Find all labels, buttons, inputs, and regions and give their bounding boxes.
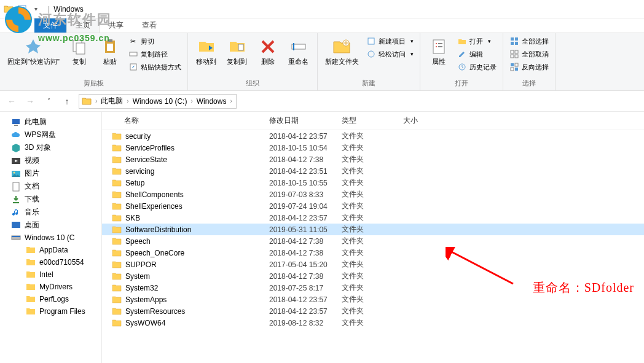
nav-videos[interactable]: 视频 bbox=[0, 154, 101, 167]
file-type: 文件夹 bbox=[342, 224, 403, 235]
recent-dropdown[interactable]: ˅ bbox=[42, 95, 55, 108]
forward-button[interactable]: → bbox=[23, 95, 37, 108]
tab-share[interactable]: 共享 bbox=[100, 18, 133, 33]
svg-rect-23 bbox=[515, 37, 518, 41]
breadcrumb[interactable]: › 此电脑 › Windows 10 (C:) › Windows › bbox=[79, 94, 237, 109]
cut-button[interactable]: ✂ 剪切 bbox=[127, 36, 183, 47]
file-row[interactable]: SystemResources2018-04-12 23:57文件夹 bbox=[102, 305, 644, 317]
nav-documents[interactable]: 文档 bbox=[0, 180, 101, 193]
file-row[interactable]: Speech2018-04-12 7:38文件夹 bbox=[102, 235, 644, 247]
file-date: 2019-07-25 8:17 bbox=[269, 284, 342, 292]
folder-icon bbox=[82, 96, 92, 106]
file-row[interactable]: SKB2018-04-12 23:57文件夹 bbox=[102, 212, 644, 224]
tab-file[interactable]: 文件 bbox=[34, 18, 66, 33]
copy-button[interactable]: 复制 bbox=[66, 36, 93, 67]
file-row[interactable]: ServiceState2018-04-12 7:38文件夹 bbox=[102, 154, 644, 165]
folder-icon bbox=[112, 214, 122, 222]
up-button[interactable]: ↑ bbox=[60, 95, 74, 108]
file-name: System bbox=[125, 272, 150, 281]
path-icon bbox=[128, 49, 138, 59]
scissors-icon: ✂ bbox=[128, 36, 138, 46]
qat-dropdown-icon[interactable]: ▾ bbox=[31, 4, 41, 14]
rename-button[interactable]: 重命名 bbox=[285, 36, 312, 67]
nav-appdata[interactable]: AppData bbox=[0, 244, 101, 256]
navigation-pane[interactable]: 此电脑 WPS网盘 3D 对象 视频 图片 文档 下载 音乐 桌面 Window… bbox=[0, 112, 102, 363]
nav-wps[interactable]: WPS网盘 bbox=[0, 128, 101, 141]
column-name[interactable]: 名称 bbox=[124, 115, 269, 126]
new-item-button[interactable]: 新建项目▾ bbox=[365, 36, 415, 47]
edit-button[interactable]: 编辑 bbox=[456, 49, 498, 60]
file-row[interactable]: ShellComponents2019-07-03 8:33文件夹 bbox=[102, 189, 644, 200]
delete-button[interactable]: 删除 bbox=[254, 36, 281, 67]
tab-view[interactable]: 查看 bbox=[133, 18, 166, 33]
open-button[interactable]: 打开▾ bbox=[456, 36, 498, 47]
new-folder-button[interactable]: 新建文件夹 bbox=[323, 36, 361, 67]
nav-intel[interactable]: Intel bbox=[0, 268, 101, 281]
paste-shortcut-button[interactable]: 粘贴快捷方式 bbox=[127, 61, 183, 72]
ribbon-group-open: 属性 打开▾ 编辑 历史记录 打开 bbox=[420, 33, 503, 90]
select-all-button[interactable]: 全部选择 bbox=[508, 36, 550, 47]
properties-button[interactable]: 属性 bbox=[425, 36, 452, 67]
folder-icon bbox=[112, 260, 122, 269]
chevron-right-icon[interactable]: › bbox=[125, 98, 130, 104]
breadcrumb-pc[interactable]: 此电脑 bbox=[98, 96, 125, 106]
move-to-button[interactable]: 移动到 bbox=[193, 36, 220, 67]
nav-downloads[interactable]: 下载 bbox=[0, 193, 101, 206]
back-button[interactable]: ← bbox=[5, 95, 18, 108]
invert-selection-button[interactable]: 反向选择 bbox=[508, 61, 550, 72]
paste-button[interactable]: 粘贴 bbox=[96, 36, 124, 67]
file-row[interactable]: ServiceProfiles2018-10-15 10:54文件夹 bbox=[102, 142, 644, 154]
file-row[interactable]: servicing2018-04-12 23:51文件夹 bbox=[102, 165, 644, 177]
nav-3d-objects[interactable]: 3D 对象 bbox=[0, 141, 101, 154]
copy-to-button[interactable]: 复制到 bbox=[224, 36, 251, 67]
properties-qat-icon[interactable] bbox=[17, 4, 27, 14]
svg-rect-10 bbox=[238, 44, 243, 50]
nav-this-pc[interactable]: 此电脑 bbox=[0, 115, 101, 128]
file-name: Setup bbox=[125, 179, 144, 187]
file-row[interactable]: SoftwareDistribution2019-05-31 11:05文件夹 bbox=[102, 224, 644, 235]
nav-perflogs[interactable]: PerfLogs bbox=[0, 293, 101, 305]
chevron-right-icon[interactable]: › bbox=[229, 98, 233, 104]
rename-icon bbox=[289, 37, 308, 57]
svg-point-19 bbox=[436, 46, 437, 47]
nav-music[interactable]: 音乐 bbox=[0, 206, 101, 219]
nav-e00[interactable]: e00cd710554 bbox=[0, 256, 101, 268]
file-row[interactable]: SysWOW642019-08-12 8:32文件夹 bbox=[102, 317, 644, 329]
nav-pictures[interactable]: 图片 bbox=[0, 167, 101, 180]
file-name: SystemResources bbox=[125, 307, 185, 316]
easy-access-button[interactable]: 轻松访问▾ bbox=[365, 49, 415, 60]
folder-icon bbox=[112, 237, 122, 246]
nav-drive-c[interactable]: Windows 10 (C bbox=[0, 232, 101, 244]
breadcrumb-folder[interactable]: Windows bbox=[194, 97, 229, 106]
copy-path-button[interactable]: 复制路径 bbox=[127, 49, 183, 60]
history-button[interactable]: 历史记录 bbox=[456, 61, 498, 72]
video-icon bbox=[11, 156, 21, 166]
column-size[interactable]: 大小 bbox=[403, 115, 440, 126]
file-name: SoftwareDistribution bbox=[125, 225, 191, 234]
folder-icon bbox=[112, 319, 122, 327]
file-date: 2018-10-15 10:55 bbox=[269, 179, 342, 187]
file-row[interactable]: Setup2018-10-15 10:55文件夹 bbox=[102, 177, 644, 189]
easy-access-icon bbox=[366, 49, 376, 59]
column-date[interactable]: 修改日期 bbox=[269, 115, 342, 126]
nav-desktop[interactable]: 桌面 bbox=[0, 219, 101, 232]
chevron-right-icon[interactable]: › bbox=[189, 98, 194, 104]
select-none-button[interactable]: 全部取消 bbox=[508, 49, 550, 60]
column-type[interactable]: 类型 bbox=[342, 115, 403, 126]
breadcrumb-drive[interactable]: Windows 10 (C:) bbox=[130, 97, 190, 106]
file-name: SystemApps bbox=[125, 295, 167, 304]
file-row[interactable]: SUPPOR2017-05-04 15:20文件夹 bbox=[102, 259, 644, 270]
folder-icon bbox=[26, 245, 36, 255]
nav-mydrivers[interactable]: MyDrivers bbox=[0, 281, 101, 293]
file-list-pane[interactable]: 名称 修改日期 类型 大小 security2018-04-12 23:57文件… bbox=[102, 112, 644, 363]
file-row[interactable]: Speech_OneCore2018-04-12 7:38文件夹 bbox=[102, 247, 644, 259]
pin-quick-access-button[interactable]: 固定到"快速访问" bbox=[5, 36, 62, 67]
svg-rect-27 bbox=[515, 50, 518, 53]
file-date: 2019-07-24 19:04 bbox=[269, 202, 342, 211]
file-row[interactable]: ShellExperiences2019-07-24 19:04文件夹 bbox=[102, 200, 644, 212]
nav-program-files[interactable]: Program Files bbox=[0, 305, 101, 318]
chevron-right-icon[interactable]: › bbox=[94, 98, 98, 104]
file-row[interactable]: security2018-04-12 23:57文件夹 bbox=[102, 130, 644, 142]
column-headers[interactable]: 名称 修改日期 类型 大小 bbox=[102, 112, 644, 130]
tab-home[interactable]: 主页 bbox=[66, 18, 100, 33]
